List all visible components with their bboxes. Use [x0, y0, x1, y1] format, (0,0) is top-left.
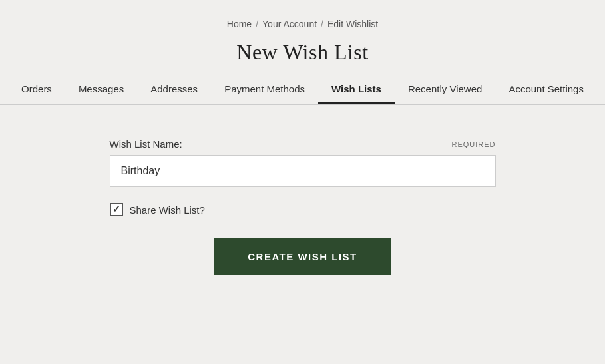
nav-item-messages[interactable]: Messages — [65, 83, 137, 104]
breadcrumb: Home / Your Account / Edit Wishlist — [227, 19, 378, 29]
breadcrumb-home[interactable]: Home — [227, 19, 252, 29]
field-header: Wish List Name: REQUIRED — [110, 138, 496, 150]
nav-item-orders[interactable]: Orders — [8, 83, 65, 104]
field-label: Wish List Name: — [110, 138, 182, 150]
share-wish-list-row: Share Wish List? — [110, 203, 496, 216]
wish-list-name-input[interactable] — [110, 155, 496, 187]
nav-item-account-settings[interactable]: Account Settings — [495, 83, 597, 104]
required-badge: REQUIRED — [451, 140, 495, 148]
nav-item-recently-viewed[interactable]: Recently Viewed — [395, 83, 495, 104]
nav-item-payment-methods[interactable]: Payment Methods — [211, 83, 318, 104]
breadcrumb-separator-2: / — [321, 19, 323, 29]
account-nav: OrdersMessagesAddressesPayment MethodsWi… — [0, 83, 605, 105]
breadcrumb-edit-wishlist: Edit Wishlist — [327, 19, 378, 29]
nav-item-addresses[interactable]: Addresses — [137, 83, 211, 104]
share-wish-list-checkbox[interactable] — [110, 203, 123, 216]
wish-list-form: Wish List Name: REQUIRED Share Wish List… — [110, 138, 496, 275]
breadcrumb-separator-1: / — [256, 19, 258, 29]
page-title: New Wish List — [236, 40, 368, 65]
share-wish-list-label: Share Wish List? — [130, 204, 205, 216]
create-wish-list-button[interactable]: CREATE WISH LIST — [214, 238, 391, 275]
nav-item-wish-lists[interactable]: Wish Lists — [318, 83, 395, 104]
breadcrumb-your-account[interactable]: Your Account — [262, 19, 317, 29]
